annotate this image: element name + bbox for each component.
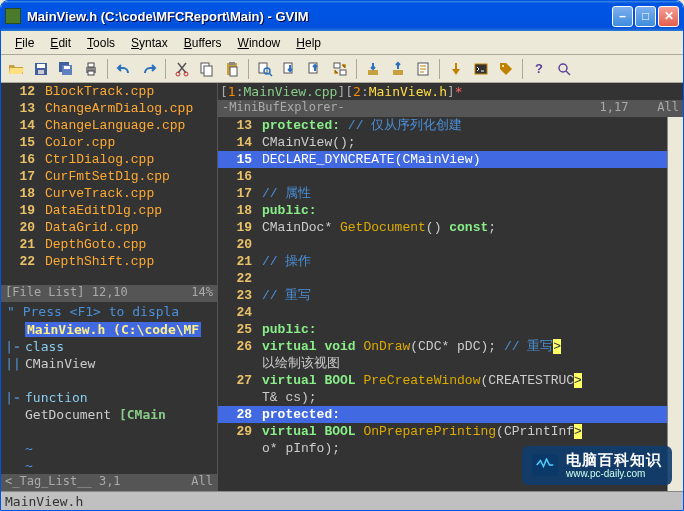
file-list[interactable]: 12BlockTrack.cpp13ChangeArmDialog.cpp14C…	[1, 83, 217, 285]
svg-point-28	[559, 64, 567, 72]
undo-icon[interactable]	[113, 58, 135, 80]
tag-list-status: <_Tag_List__ 3,1 All	[1, 474, 217, 491]
svg-rect-7	[88, 63, 94, 67]
svg-rect-12	[204, 66, 212, 76]
file-list-item[interactable]: 18CurveTrack.cpp	[1, 185, 217, 202]
svg-rect-14	[229, 62, 235, 65]
titlebar[interactable]: MainView.h (C:\code\MFCReport\Main) - GV…	[1, 1, 683, 31]
status-bar: MainView.h	[1, 491, 683, 510]
help-icon[interactable]: ?	[528, 58, 550, 80]
file-list-item[interactable]: 22DepthShift.cpp	[1, 253, 217, 270]
watermark: 电脑百科知识 www.pc-daily.com	[522, 446, 672, 486]
file-list-status: [File List] 12,10 14%	[1, 285, 217, 302]
code-line[interactable]: 16	[218, 168, 667, 185]
file-list-item[interactable]: 20DataGrid.cpp	[1, 219, 217, 236]
file-list-item[interactable]: 14ChangeLanguage.cpp	[1, 117, 217, 134]
print-icon[interactable]	[80, 58, 102, 80]
code-line[interactable]: 29 virtual BOOL OnPreparePrinting(CPrint…	[218, 423, 667, 440]
replace-icon[interactable]	[329, 58, 351, 80]
findnext-icon[interactable]	[279, 58, 301, 80]
session-load-icon[interactable]	[362, 58, 384, 80]
app-window: MainView.h (C:\code\MFCReport\Main) - GV…	[0, 0, 684, 511]
svg-rect-2	[38, 70, 44, 74]
code-line[interactable]: 27 virtual BOOL PreCreateWindow(CREATEST…	[218, 372, 667, 389]
watermark-logo-icon	[532, 454, 558, 476]
code-editor[interactable]: 13protected: // 仅从序列化创建14 CMainView();15…	[218, 117, 667, 491]
code-line[interactable]: 21// 操作	[218, 253, 667, 270]
code-line[interactable]: 以绘制该视图	[218, 355, 667, 372]
menu-tools[interactable]: Tools	[79, 34, 123, 52]
tab-1[interactable]: [1:MainView.cpp]	[220, 84, 345, 99]
code-line[interactable]: 14 CMainView();	[218, 134, 667, 151]
menu-buffers[interactable]: Buffers	[176, 34, 230, 52]
maximize-button[interactable]: □	[635, 6, 656, 27]
cut-icon[interactable]	[171, 58, 193, 80]
menu-syntax[interactable]: Syntax	[123, 34, 176, 52]
file-list-item[interactable]: 17CurFmtSetDlg.cpp	[1, 168, 217, 185]
search-help-icon[interactable]	[553, 58, 575, 80]
code-line[interactable]: 19 CMainDoc* GetDocument() const;	[218, 219, 667, 236]
svg-rect-15	[230, 67, 237, 76]
code-line[interactable]: 18public:	[218, 202, 667, 219]
session-save-icon[interactable]	[387, 58, 409, 80]
open-icon[interactable]	[5, 58, 27, 80]
left-pane: 12BlockTrack.cpp13ChangeArmDialog.cpp14C…	[1, 83, 218, 491]
window-title: MainView.h (C:\code\MFCReport\Main) - GV…	[27, 9, 612, 24]
file-list-item[interactable]: 21DepthGoto.cpp	[1, 236, 217, 253]
right-pane: [1:MainView.cpp][2:MainView.h]* -MiniBuf…	[218, 83, 683, 491]
buffer-tabs[interactable]: [1:MainView.cpp][2:MainView.h]*	[218, 83, 683, 100]
svg-rect-8	[88, 71, 94, 75]
code-line[interactable]: 20	[218, 236, 667, 253]
tags-icon[interactable]	[495, 58, 517, 80]
code-line[interactable]: 22	[218, 270, 667, 287]
code-line[interactable]: 13protected: // 仅从序列化创建	[218, 117, 667, 134]
file-list-item[interactable]: 16CtrlDialog.cpp	[1, 151, 217, 168]
minibuf-status: -MiniBufExplorer- 1,17 All	[218, 100, 683, 117]
file-list-item[interactable]: 19DataEditDlg.cpp	[1, 202, 217, 219]
code-line[interactable]: 24	[218, 304, 667, 321]
paste-icon[interactable]	[221, 58, 243, 80]
svg-rect-1	[37, 64, 45, 68]
findprev-icon[interactable]	[304, 58, 326, 80]
editor-area: 12BlockTrack.cpp13ChangeArmDialog.cpp14C…	[1, 83, 683, 491]
code-line[interactable]: T& cs);	[218, 389, 667, 406]
tag-list[interactable]: MainView.h (C:\code\MF |- class || CMain…	[1, 321, 217, 474]
svg-rect-5	[64, 66, 70, 69]
saveall-icon[interactable]	[55, 58, 77, 80]
minimize-button[interactable]: –	[612, 6, 633, 27]
svg-rect-20	[334, 63, 340, 68]
svg-rect-21	[340, 70, 346, 75]
menu-edit[interactable]: Edit	[42, 34, 79, 52]
redo-icon[interactable]	[138, 58, 160, 80]
file-list-item[interactable]: 15Color.cpp	[1, 134, 217, 151]
code-line[interactable]: 26 virtual void OnDraw(CDC* pDC); // 重写>	[218, 338, 667, 355]
svg-rect-25	[475, 64, 487, 74]
svg-rect-22	[368, 70, 378, 75]
svg-rect-23	[393, 70, 403, 75]
save-icon[interactable]	[30, 58, 52, 80]
svg-point-26	[502, 65, 504, 67]
svg-text:?: ?	[535, 61, 543, 76]
hint-text: " Press <F1> to displa	[1, 302, 217, 321]
code-line[interactable]: 17// 属性	[218, 185, 667, 202]
script-icon[interactable]	[412, 58, 434, 80]
menu-help[interactable]: Help	[288, 34, 329, 52]
menu-window[interactable]: Window	[230, 34, 289, 52]
make-icon[interactable]	[445, 58, 467, 80]
copy-icon[interactable]	[196, 58, 218, 80]
menubar: File Edit Tools Syntax Buffers Window He…	[1, 31, 683, 55]
watermark-title: 电脑百科知识	[566, 452, 662, 469]
code-line[interactable]: 15 DECLARE_DYNCREATE(CMainView)	[218, 151, 667, 168]
file-list-item[interactable]: 13ChangeArmDialog.cpp	[1, 100, 217, 117]
code-line[interactable]: 28protected:	[218, 406, 667, 423]
file-list-item[interactable]: 12BlockTrack.cpp	[1, 83, 217, 100]
vertical-scrollbar[interactable]	[667, 117, 683, 491]
toolbar: ?	[1, 55, 683, 83]
tab-2[interactable]: [2:MainView.h]*	[345, 84, 462, 99]
find-icon[interactable]	[254, 58, 276, 80]
menu-file[interactable]: File	[7, 34, 42, 52]
shell-icon[interactable]	[470, 58, 492, 80]
code-line[interactable]: 25public:	[218, 321, 667, 338]
code-line[interactable]: 23// 重写	[218, 287, 667, 304]
close-button[interactable]: ✕	[658, 6, 679, 27]
